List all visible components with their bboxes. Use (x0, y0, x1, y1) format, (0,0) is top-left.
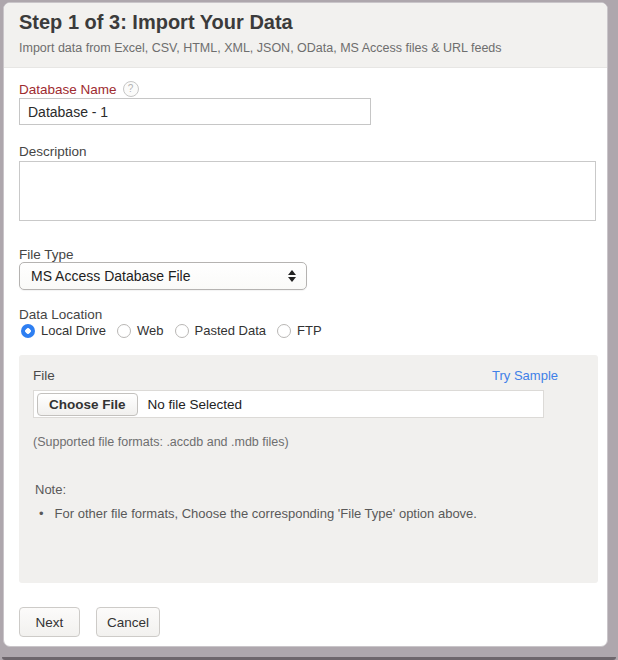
cancel-button[interactable]: Cancel (96, 607, 160, 637)
file-type-label: File Type (19, 247, 74, 262)
page-subtitle: Import data from Excel, CSV, HTML, XML, … (19, 41, 502, 55)
radio-local-drive-icon[interactable] (21, 324, 35, 338)
database-name-label-row: Database Name ? (19, 81, 139, 97)
note-label: Note: (35, 482, 66, 497)
data-location-radio-group: Local Drive Web Pasted Data FTP (21, 323, 322, 338)
bullet-icon: • (39, 506, 44, 521)
choose-file-button[interactable]: Choose File (37, 393, 138, 416)
radio-option-web[interactable]: Web (117, 323, 164, 338)
try-sample-link[interactable]: Try Sample (492, 368, 558, 383)
data-location-label: Data Location (19, 307, 102, 322)
file-status-text: No file Selected (148, 397, 243, 412)
file-upload-panel: File Try Sample Choose File No file Sele… (19, 355, 598, 583)
import-dialog: Step 1 of 3: Import Your Data Import dat… (3, 2, 608, 647)
file-type-selected-value: MS Access Database File (31, 268, 191, 284)
radio-option-pasted-data[interactable]: Pasted Data (175, 323, 267, 338)
database-name-label: Database Name (19, 82, 117, 97)
radio-local-drive-label[interactable]: Local Drive (41, 323, 106, 338)
supported-formats-text: (Supported file formats: .accdb and .mdb… (33, 435, 289, 449)
radio-pasted-data-label[interactable]: Pasted Data (195, 323, 267, 338)
dialog-header: Step 1 of 3: Import Your Data Import dat… (4, 3, 607, 68)
description-label: Description (19, 144, 87, 159)
note-item-text: For other file formats, Choose the corre… (55, 506, 477, 521)
radio-option-ftp[interactable]: FTP (277, 323, 322, 338)
page-title: Step 1 of 3: Import Your Data (19, 11, 293, 34)
radio-web-label[interactable]: Web (137, 323, 164, 338)
radio-web-icon[interactable] (117, 324, 131, 338)
file-label: File (33, 368, 55, 383)
select-arrows-icon (288, 270, 296, 282)
database-name-input[interactable] (19, 98, 371, 125)
description-textarea[interactable] (19, 161, 596, 221)
radio-ftp-icon[interactable] (277, 324, 291, 338)
radio-option-local-drive[interactable]: Local Drive (21, 323, 106, 338)
help-icon[interactable]: ? (123, 81, 139, 97)
radio-pasted-data-icon[interactable] (175, 324, 189, 338)
radio-ftp-label[interactable]: FTP (297, 323, 322, 338)
file-type-select[interactable]: MS Access Database File (19, 262, 307, 290)
note-list-item: • For other file formats, Choose the cor… (39, 506, 569, 521)
next-button[interactable]: Next (19, 607, 80, 637)
file-input[interactable]: Choose File No file Selected (33, 390, 544, 418)
